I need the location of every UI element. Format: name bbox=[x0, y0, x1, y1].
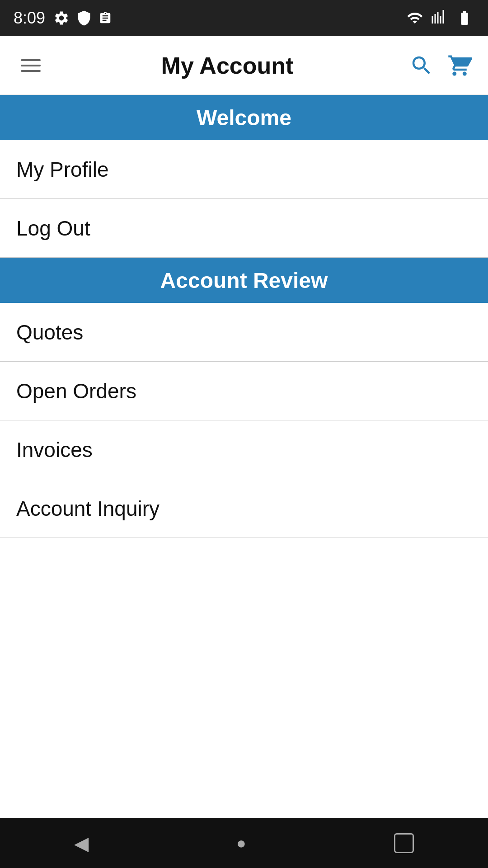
hamburger-line-1 bbox=[21, 59, 41, 61]
search-button[interactable] bbox=[409, 53, 434, 78]
clipboard-icon bbox=[99, 10, 112, 26]
log-out-label: Log Out bbox=[16, 216, 90, 241]
bottom-nav-bar: ◀ ● bbox=[0, 818, 488, 868]
recents-icon bbox=[394, 833, 414, 853]
status-bar-right bbox=[406, 10, 474, 26]
back-icon: ◀ bbox=[74, 832, 89, 854]
cart-button[interactable] bbox=[447, 53, 472, 78]
account-inquiry-item[interactable]: Account Inquiry bbox=[0, 479, 488, 538]
invoices-item[interactable]: Invoices bbox=[0, 420, 488, 479]
hamburger-menu-button[interactable] bbox=[16, 55, 45, 76]
welcome-label: Welcome bbox=[197, 105, 291, 130]
open-orders-label: Open Orders bbox=[16, 379, 136, 403]
quotes-label: Quotes bbox=[16, 320, 83, 344]
nav-recents-button[interactable] bbox=[376, 824, 432, 862]
my-profile-label: My Profile bbox=[16, 157, 108, 182]
shield-icon bbox=[76, 10, 92, 26]
status-bar: 8:09 bbox=[0, 0, 488, 36]
header-actions bbox=[409, 53, 472, 78]
home-icon: ● bbox=[236, 834, 246, 853]
nav-home-button[interactable]: ● bbox=[218, 825, 264, 862]
status-time: 8:09 bbox=[14, 9, 45, 28]
open-orders-item[interactable]: Open Orders bbox=[0, 362, 488, 420]
account-review-label: Account Review bbox=[160, 268, 328, 293]
status-bar-left: 8:09 bbox=[14, 9, 112, 28]
wifi-icon bbox=[406, 10, 424, 26]
battery-icon bbox=[455, 10, 474, 26]
account-review-section-header: Account Review bbox=[0, 258, 488, 303]
account-inquiry-label: Account Inquiry bbox=[16, 496, 160, 521]
quotes-item[interactable]: Quotes bbox=[0, 303, 488, 362]
nav-back-button[interactable]: ◀ bbox=[56, 823, 107, 863]
welcome-section-header: Welcome bbox=[0, 95, 488, 140]
hamburger-line-3 bbox=[21, 70, 41, 72]
signal-icon bbox=[431, 10, 447, 26]
app-header: My Account bbox=[0, 36, 488, 95]
settings-icon bbox=[53, 10, 70, 26]
page-title: My Account bbox=[161, 52, 294, 79]
status-icons bbox=[53, 10, 112, 26]
log-out-item[interactable]: Log Out bbox=[0, 199, 488, 258]
my-profile-item[interactable]: My Profile bbox=[0, 140, 488, 199]
hamburger-line-2 bbox=[21, 65, 41, 66]
invoices-label: Invoices bbox=[16, 438, 93, 462]
